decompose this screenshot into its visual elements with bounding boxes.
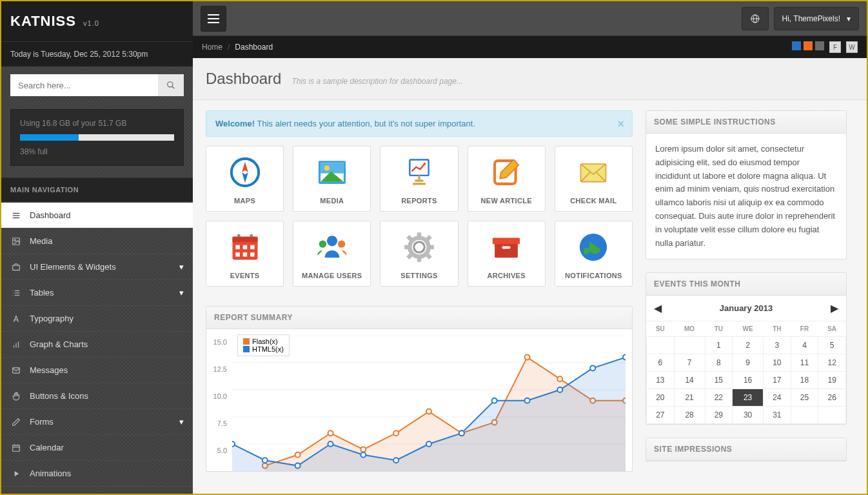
svg-rect-31 <box>321 163 344 173</box>
cal-day-header: SA <box>818 321 846 337</box>
alert-close-button[interactable]: × <box>617 117 624 131</box>
tile-manage-users[interactable]: MANAGE USERS <box>293 221 371 287</box>
svg-rect-7 <box>13 265 20 270</box>
cal-cell[interactable]: 29 <box>705 407 733 424</box>
cal-cell[interactable]: 28 <box>674 407 705 424</box>
nav-item-ui-elements-widgets[interactable]: UI Elements & Widgets ▾ <box>1 254 193 279</box>
nav-item-label: UI Elements & Widgets <box>30 262 116 272</box>
tile-new-article[interactable]: NEW ARTICLE <box>468 146 546 212</box>
svg-point-32 <box>324 165 330 170</box>
tile-archives[interactable]: ARCHIVES <box>468 221 546 287</box>
nav-item-label: Graph & Charts <box>30 339 88 349</box>
tile-events[interactable]: EVENTS <box>206 221 284 287</box>
cal-next-button[interactable]: ▶ <box>831 302 838 314</box>
cal-cell[interactable]: 21 <box>674 389 705 407</box>
cal-cell[interactable]: 11 <box>791 354 818 372</box>
cal-cell[interactable]: 7 <box>674 354 705 372</box>
swatch-blue[interactable] <box>792 41 801 50</box>
tile-check-mail[interactable]: CHECK MAIL <box>555 146 633 212</box>
cal-cell[interactable]: 31 <box>764 407 791 424</box>
globe-button[interactable] <box>742 7 769 30</box>
nav-item-dashboard[interactable]: Dashboard <box>1 203 193 228</box>
cal-cell[interactable]: 15 <box>705 372 733 389</box>
swatch-gray[interactable] <box>815 41 824 50</box>
cal-cell[interactable]: 13 <box>647 372 675 389</box>
cal-cell[interactable]: 14 <box>674 372 705 389</box>
cal-cell[interactable]: 2 <box>733 337 764 354</box>
col-left: Welcome! This alert needs your attention… <box>206 110 633 483</box>
col-right: SOME SIMPLE INSTRUCTIONS Lorem ipsum dol… <box>646 110 847 483</box>
tile-reports[interactable]: REPORTS <box>380 146 458 212</box>
tile-media[interactable]: MEDIA <box>293 146 371 212</box>
nav-item-animations[interactable]: Animations <box>1 461 193 486</box>
tile-settings[interactable]: SETTINGS <box>380 221 458 287</box>
nav-item-media[interactable]: Media <box>1 228 193 254</box>
theme-swatches: F W <box>792 41 858 53</box>
instructions-title: SOME SIMPLE INSTRUCTIONS <box>646 111 846 134</box>
user-menu-button[interactable]: Hi, ThemePixels! ▾ <box>774 7 859 30</box>
alert-info: Welcome! This alert needs your attention… <box>206 110 633 137</box>
report-chart: 5.07.510.012.515.0 Flash(x)HTML5(x) <box>206 329 632 471</box>
tile-notifications[interactable]: NOTIFICATIONS <box>555 221 633 287</box>
search-button[interactable] <box>158 74 184 96</box>
svg-rect-48 <box>250 252 255 257</box>
cal-cell[interactable]: 30 <box>733 407 764 424</box>
storage-percent: 38% full <box>20 147 174 156</box>
cal-cell[interactable]: 6 <box>647 354 675 372</box>
y-tick: 10.0 <box>213 392 227 400</box>
cal-cell[interactable]: 26 <box>818 389 846 407</box>
menu-toggle-button[interactable] <box>201 6 226 32</box>
layout-wide-button[interactable]: W <box>846 41 858 53</box>
cal-cell[interactable]: 3 <box>764 337 791 354</box>
search-input[interactable] <box>10 74 158 96</box>
cal-cell[interactable]: 19 <box>818 372 846 389</box>
cal-cell[interactable]: 27 <box>647 407 675 424</box>
cal-cell[interactable]: 25 <box>791 389 818 407</box>
breadcrumb-current: Dashboard <box>235 43 273 52</box>
cal-cell[interactable]: 5 <box>818 337 846 354</box>
cal-cell[interactable]: 9 <box>733 354 764 372</box>
cal-cell[interactable]: 1 <box>705 337 733 354</box>
cal-cell[interactable]: 24 <box>764 389 791 407</box>
nav-item-messages[interactable]: Messages <box>1 358 193 383</box>
cal-cell[interactable]: 12 <box>818 354 846 372</box>
cal-cell[interactable]: 4 <box>791 337 818 354</box>
cal-cell[interactable]: 10 <box>764 354 791 372</box>
storage-bar <box>20 134 174 141</box>
picture-icon <box>314 154 350 190</box>
breadcrumb-bar: Home / Dashboard F W <box>193 36 867 58</box>
nav-item-label: Animations <box>30 469 71 478</box>
nav-item-other-pages[interactable]: Other Pages ▾ <box>1 487 193 495</box>
nav-item-forms[interactable]: Forms ▾ <box>1 409 193 434</box>
gear-icon <box>401 229 437 265</box>
swatch-orange[interactable] <box>804 41 813 50</box>
chevron-down-icon: ▾ <box>179 288 184 298</box>
nav-item-label: Dashboard <box>30 210 71 220</box>
cal-cell[interactable]: 23 <box>733 389 764 407</box>
svg-point-51 <box>327 236 337 246</box>
nav-item-graph-charts[interactable]: Graph & Charts <box>1 332 193 357</box>
cal-cell[interactable]: 22 <box>705 389 733 407</box>
nav-item-typography[interactable]: Typography <box>1 306 193 331</box>
nav-item-tables[interactable]: Tables ▾ <box>1 280 193 305</box>
svg-point-82 <box>525 355 530 360</box>
tile-label: ARCHIVES <box>488 272 526 279</box>
svg-rect-34 <box>409 160 428 176</box>
layout-fixed-button[interactable]: F <box>829 41 841 53</box>
cal-day-header: WE <box>733 321 764 337</box>
cal-cell[interactable]: 20 <box>647 389 675 407</box>
chevron-down-icon: ▾ <box>179 262 184 272</box>
tile-maps[interactable]: MAPS <box>206 146 284 212</box>
bar-icon <box>10 340 22 349</box>
y-tick: 15.0 <box>213 338 227 346</box>
cal-cell[interactable]: 18 <box>791 372 818 389</box>
cal-cell[interactable]: 8 <box>705 354 733 372</box>
cal-prev-button[interactable]: ◀ <box>654 302 662 314</box>
y-tick: 12.5 <box>213 365 227 373</box>
nav-item-buttons-icons[interactable]: Buttons & Icons <box>1 383 193 409</box>
cal-cell[interactable]: 17 <box>764 372 791 389</box>
breadcrumb-home[interactable]: Home <box>202 43 222 52</box>
nav-item-calendar[interactable]: Calendar <box>1 435 193 460</box>
calendar-icon <box>10 443 22 452</box>
cal-cell[interactable]: 16 <box>733 372 764 389</box>
